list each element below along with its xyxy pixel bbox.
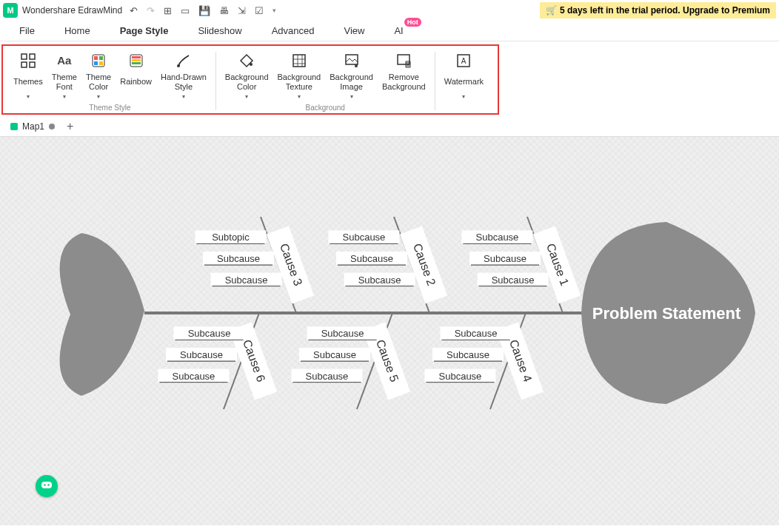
svg-rect-12 — [132, 62, 141, 64]
fill-icon — [238, 52, 255, 70]
svg-rect-15 — [293, 55, 305, 67]
chevron-down-icon: ▾ — [462, 93, 465, 101]
theme-font-button[interactable]: Aa ThemeFont ▾ — [49, 50, 80, 102]
ribbon-group-watermark: A Watermark ▾ — [437, 50, 491, 112]
svg-rect-11 — [132, 59, 141, 61]
svg-text:A: A — [461, 57, 467, 65]
ribbon-group-background: BackgroundColor ▾ BackgroundTexture ▾ Ba… — [218, 50, 433, 112]
bg-image-button[interactable]: BackgroundImage ▾ — [327, 50, 376, 102]
sub-label[interactable]: Subcause — [188, 328, 231, 339]
menu-bar: File Home Page Style Slideshow Advanced … — [0, 21, 779, 41]
svg-rect-3 — [30, 62, 35, 67]
themes-label: Themes — [13, 73, 43, 92]
chevron-down-icon: ▾ — [298, 93, 301, 101]
menu-advanced[interactable]: Advanced — [270, 22, 316, 41]
menu-ai[interactable]: AI Hot — [392, 22, 404, 41]
themes-button[interactable]: Themes ▾ — [10, 50, 46, 102]
add-tab-button[interactable]: + — [67, 120, 73, 133]
sub-label[interactable]: Subcause — [447, 349, 489, 360]
bg-image-label: BackgroundImage — [330, 73, 373, 92]
rainbow-label: Rainbow — [120, 73, 152, 92]
remove-bg-button[interactable]: RemoveBackground — [379, 50, 429, 102]
canvas[interactable]: Problem Statement Cause 3SubcauseSubcaus… — [0, 137, 779, 525]
palette-icon — [90, 52, 107, 70]
sub-label[interactable]: Subcause — [343, 232, 386, 243]
hand-drawn-button[interactable]: Hand-DrawnStyle ▾ — [158, 50, 210, 102]
undo-icon[interactable]: ↶ — [130, 5, 138, 16]
bg-texture-button[interactable]: BackgroundTexture ▾ — [275, 50, 324, 102]
redo-icon[interactable]: ↷ — [147, 5, 155, 16]
svg-point-21 — [44, 484, 45, 485]
svg-point-22 — [47, 484, 49, 485]
document-tab[interactable]: Map1 — [6, 120, 59, 133]
texture-icon — [290, 52, 308, 70]
grid-icon — [19, 52, 37, 70]
ribbon-separator — [215, 52, 216, 110]
more-icon[interactable]: ▾ — [273, 7, 276, 14]
app-logo-icon: M — [3, 3, 18, 18]
sub-label[interactable]: Subcause — [173, 371, 215, 382]
svg-rect-1 — [30, 54, 35, 59]
svg-rect-8 — [99, 61, 103, 65]
rainbow-icon — [127, 52, 145, 70]
sub-label[interactable]: Subcause — [180, 349, 223, 360]
sub-label[interactable]: Subcause — [492, 275, 535, 286]
menu-page-style[interactable]: Page Style — [118, 22, 170, 41]
theme-font-label: ThemeFont — [52, 73, 77, 92]
rainbow-button[interactable]: Rainbow — [117, 50, 155, 102]
sub-label[interactable]: Subcause — [439, 371, 482, 382]
sub-label[interactable]: Subcause — [350, 253, 393, 264]
save-icon[interactable]: 💾 — [198, 5, 210, 16]
sub-label[interactable]: Subcause — [484, 253, 526, 264]
print-icon[interactable]: 🖶 — [219, 5, 229, 16]
ribbon-highlight: Themes ▾ Aa ThemeFont ▾ ThemeColor ▾ Rai… — [1, 44, 499, 115]
doc-tab-label: Map1 — [22, 121, 44, 132]
remove-icon — [395, 52, 412, 70]
bg-color-button[interactable]: BackgroundColor ▾ — [222, 50, 272, 102]
chevron-down-icon: ▾ — [97, 93, 100, 101]
theme-color-button[interactable]: ThemeColor ▾ — [83, 50, 114, 102]
menu-ai-label: AI — [394, 25, 403, 36]
fish-tail[interactable] — [60, 233, 144, 396]
chevron-down-icon: ▾ — [182, 93, 185, 101]
ribbon-separator — [435, 52, 435, 110]
hot-badge: Hot — [404, 18, 421, 27]
sub-label[interactable]: Subcause — [476, 232, 519, 243]
svg-rect-10 — [132, 56, 141, 58]
sub-label[interactable]: Subcause — [217, 253, 260, 264]
sub-label[interactable]: Subtopic — [212, 232, 250, 243]
bg-color-label: BackgroundColor — [225, 73, 269, 92]
menu-home[interactable]: Home — [63, 22, 92, 41]
menu-view[interactable]: View — [343, 22, 367, 41]
problem-statement-label[interactable]: Problem Statement — [592, 304, 741, 323]
chevron-down-icon: ▾ — [245, 93, 248, 101]
sub-label[interactable]: Subcause — [225, 275, 268, 286]
ribbon-group-theme-style: Themes ▾ Aa ThemeFont ▾ ThemeColor ▾ Rai… — [6, 50, 214, 112]
chevron-down-icon: ▾ — [350, 93, 353, 101]
export-icon[interactable]: ⇲ — [238, 5, 246, 16]
trial-banner[interactable]: 🛒 5 days left in the trial period. Upgra… — [540, 2, 776, 18]
chat-fab[interactable] — [36, 475, 58, 497]
new-icon[interactable]: ⊞ — [164, 5, 172, 16]
cart-icon: 🛒 — [546, 5, 557, 16]
sub-label[interactable]: Subcause — [313, 349, 356, 360]
sub-label[interactable]: Subcause — [306, 371, 349, 382]
svg-rect-20 — [41, 482, 52, 488]
watermark-button[interactable]: A Watermark ▾ — [441, 50, 487, 102]
menu-file[interactable]: File — [18, 22, 36, 41]
group-label-background: Background — [306, 104, 345, 112]
sub-label[interactable]: Subcause — [321, 328, 364, 339]
group-label-watermark — [463, 104, 465, 112]
ribbon: Themes ▾ Aa ThemeFont ▾ ThemeColor ▾ Rai… — [3, 46, 498, 113]
menu-slideshow[interactable]: Slideshow — [196, 22, 243, 41]
options-icon[interactable]: ☑ — [255, 5, 264, 16]
svg-point-14 — [250, 63, 253, 66]
sub-label[interactable]: Subcause — [358, 275, 401, 286]
title-bar: M Wondershare EdrawMind ↶ ↷ ⊞ ▭ 💾 🖶 ⇲ ☑ … — [0, 0, 779, 21]
open-icon[interactable]: ▭ — [181, 5, 190, 16]
chevron-down-icon: ▾ — [27, 93, 30, 101]
sub-label[interactable]: Subcause — [455, 328, 498, 339]
doc-icon — [10, 123, 18, 130]
fishbone-diagram[interactable]: Problem Statement Cause 3SubcauseSubcaus… — [0, 137, 779, 525]
svg-rect-16 — [346, 55, 358, 64]
